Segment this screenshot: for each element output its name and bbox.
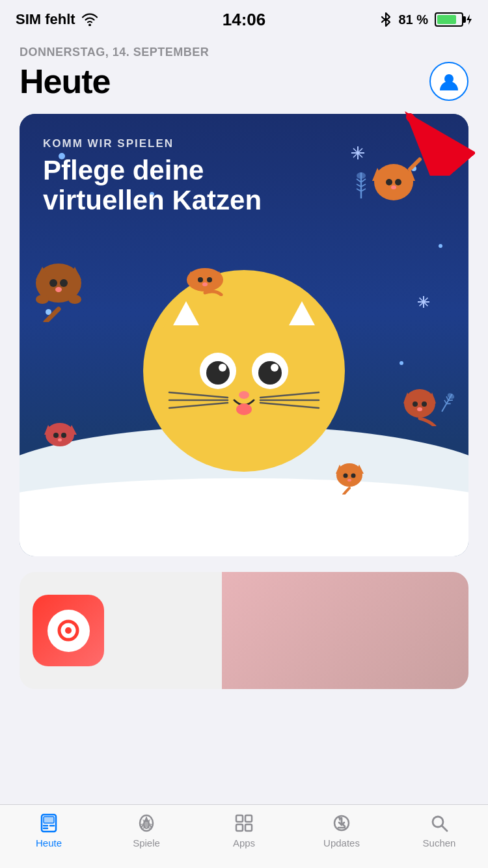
star-4 — [439, 244, 442, 248]
status-time: 14:06 — [223, 10, 266, 30]
svg-point-53 — [58, 439, 62, 442]
svg-point-26 — [395, 179, 401, 185]
svg-point-13 — [271, 364, 278, 372]
svg-point-51 — [53, 433, 59, 438]
svg-point-39 — [198, 277, 203, 282]
svg-point-22 — [374, 164, 413, 200]
svg-point-14 — [239, 391, 249, 399]
svg-point-27 — [391, 185, 396, 189]
spiele-icon — [135, 811, 158, 835]
svg-line-18 — [169, 403, 228, 408]
svg-point-52 — [61, 433, 66, 438]
date-label: DONNERSTAG, 14. SEPTEMBER — [20, 46, 468, 59]
card-title: Pflege deine virtuellen Katzen — [43, 156, 290, 215]
sparkle-2 — [418, 296, 429, 308]
heute-icon — [37, 811, 61, 835]
suchen-icon — [427, 811, 451, 835]
svg-point-41 — [202, 282, 208, 286]
svg-point-33 — [55, 287, 62, 292]
tab-heute[interactable]: Heute — [0, 811, 98, 848]
svg-point-59 — [347, 479, 351, 481]
status-bar: SIM fehlt 14:06 81 % — [0, 0, 488, 39]
tab-spiele[interactable]: Spiele — [98, 811, 195, 848]
page-title: Heute — [20, 62, 110, 101]
svg-point-11 — [258, 361, 282, 385]
svg-point-35 — [68, 295, 81, 304]
wifi-icon — [81, 13, 99, 26]
card-description: Schnurrige Spiele für echte Katzenliebha… — [43, 515, 445, 533]
svg-point-34 — [36, 295, 49, 304]
svg-rect-84 — [245, 815, 252, 822]
svg-rect-85 — [236, 824, 243, 831]
svg-point-57 — [344, 474, 348, 478]
tab-apps-label: Apps — [233, 837, 255, 848]
svg-point-12 — [219, 364, 226, 372]
svg-point-47 — [417, 407, 422, 411]
svg-point-25 — [386, 179, 392, 185]
card-subtitle: KOMM WIR SPIELEN — [43, 137, 290, 150]
svg-point-10 — [206, 361, 230, 385]
tab-suchen[interactable]: Suchen — [390, 811, 488, 848]
tab-heute-label: Heute — [36, 837, 62, 848]
page-title-row: Heute — [20, 62, 468, 101]
svg-point-40 — [207, 277, 212, 282]
cat-on-moon — [179, 257, 231, 296]
svg-point-45 — [413, 401, 418, 407]
apps-icon — [232, 811, 256, 835]
sparkle-1 — [351, 146, 364, 159]
second-card-background — [222, 572, 469, 689]
app-icon-preview — [33, 595, 104, 666]
card-desc-text: Schnurrige Spiele für echte Katzenliebha… — [43, 515, 445, 533]
svg-line-90 — [442, 826, 447, 831]
profile-button[interactable] — [429, 62, 468, 101]
cat-top-right — [364, 150, 423, 208]
svg-point-58 — [351, 474, 356, 478]
svg-point-15 — [236, 403, 252, 415]
svg-point-46 — [422, 401, 427, 407]
svg-point-32 — [60, 279, 68, 287]
cat-bottom-left — [39, 410, 81, 452]
cat-bottom-right — [397, 374, 442, 426]
featured-card[interactable]: KOMM WIR SPIELEN Pflege deine virtuellen… — [20, 114, 468, 556]
svg-point-31 — [49, 279, 57, 287]
app-icon-inner — [47, 610, 90, 652]
cat-ground-right — [332, 449, 368, 495]
card-header: KOMM WIR SPIELEN Pflege deine virtuellen… — [43, 137, 290, 215]
svg-line-19 — [260, 392, 319, 398]
star-6 — [400, 361, 403, 365]
tab-apps[interactable]: Apps — [195, 811, 293, 848]
status-carrier: SIM fehlt — [16, 11, 99, 28]
tab-spiele-label: Spiele — [133, 837, 160, 848]
main-content: DONNERSTAG, 14. SEPTEMBER Heute — [0, 46, 488, 689]
second-card-preview[interactable] — [20, 572, 468, 689]
svg-rect-77 — [44, 817, 54, 823]
svg-point-75 — [65, 627, 72, 634]
profile-icon — [439, 71, 459, 92]
battery-indicator — [435, 12, 472, 27]
app-icon-graphic — [55, 617, 81, 644]
cat-face-svg — [143, 270, 345, 472]
status-right: 81 % — [380, 12, 472, 27]
tab-suchen-label: Suchen — [423, 837, 456, 848]
svg-line-21 — [260, 403, 319, 408]
charging-icon — [466, 14, 472, 25]
tab-bar: Heute Spiele App — [0, 804, 488, 868]
tab-updates-label: Updates — [323, 837, 360, 848]
tab-updates[interactable]: Updates — [293, 811, 390, 848]
svg-rect-86 — [245, 824, 252, 831]
svg-line-16 — [169, 392, 228, 398]
cat-left — [26, 244, 91, 322]
svg-rect-83 — [236, 815, 243, 822]
bluetooth-icon — [380, 12, 392, 27]
updates-icon — [330, 811, 353, 835]
